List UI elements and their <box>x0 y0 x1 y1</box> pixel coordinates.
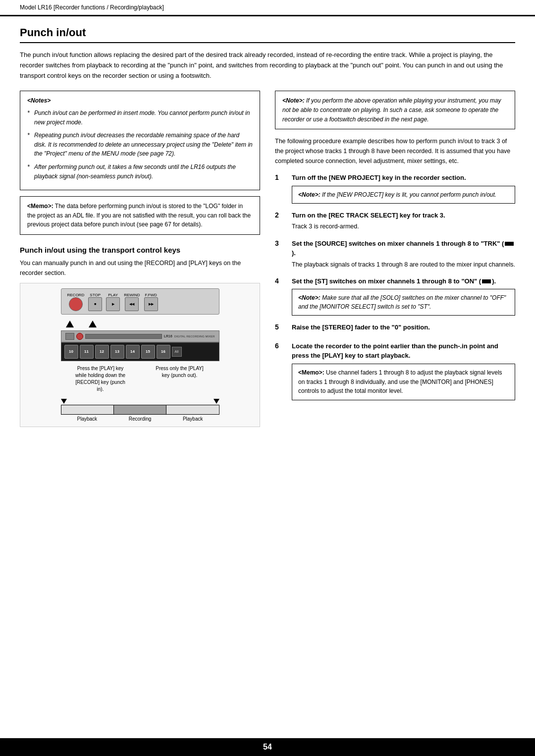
tl-arrow-2 <box>214 398 219 405</box>
notes-item-1: Punch in/out can be performed in insert … <box>27 108 253 127</box>
step-1-num: 1 <box>275 173 285 181</box>
play-button: ▶ <box>106 297 120 311</box>
intro-text: The punch in/out function allows replaci… <box>20 50 515 81</box>
step-2-content: Turn on the [REC TRACK SELECT] key for t… <box>292 211 515 232</box>
step-6-num: 6 <box>275 342 285 350</box>
step-3-body: The playback signals of tracks 1 through… <box>292 260 515 270</box>
timeline-bar <box>61 405 219 415</box>
track-btn-12: 12 <box>95 345 109 359</box>
stop-button: ■ <box>88 297 102 311</box>
track-btn-14: 14 <box>126 345 140 359</box>
tl-down-2 <box>214 399 219 404</box>
step-6-title: Locate the recorder to the point earlier… <box>292 341 515 361</box>
step-3-content: Set the [SOURCE] switches on mixer chann… <box>292 239 515 270</box>
panel-btn-1 <box>65 333 74 340</box>
all-btn: All <box>172 347 182 357</box>
tl-label-3: Playback <box>166 416 219 422</box>
step-6: 6 Locate the recorder to the point earli… <box>275 341 515 400</box>
tl-label-1: Playback <box>61 416 114 422</box>
record-label: RECORD <box>67 293 85 297</box>
rewind-btn-group: REWIND ◀◀ <box>124 293 140 311</box>
arrow-up-left <box>66 321 74 327</box>
memo-label: <Memo>: <box>27 203 54 210</box>
step-1-title: Turn off the [NEW PROJECT] key in the re… <box>292 173 515 183</box>
ffwd-button: ▶▶ <box>144 297 158 311</box>
step-5-title: Raise the [STEREO] fader to the "0" posi… <box>292 323 515 332</box>
lr16-label: LR16 <box>164 334 172 338</box>
step-1-note-label: <Note>: <box>298 191 322 198</box>
page-number: 54 <box>263 743 272 752</box>
caption-left: Press the [PLAY] key while holding down … <box>73 365 128 393</box>
two-col-layout: <Notes> Punch in/out can be performed in… <box>20 91 515 434</box>
top-bar: Model LR16 [Recorder functions / Recordi… <box>0 0 535 16</box>
tl-recording <box>114 405 166 414</box>
notes-title: <Notes> <box>27 96 253 106</box>
step-4-num: 4 <box>275 277 285 285</box>
track-btn-16: 16 <box>157 345 170 359</box>
tl-spacer <box>67 398 214 405</box>
step-2: 2 Turn on the [REC TRACK SELECT] key for… <box>275 211 515 232</box>
record-button <box>69 297 83 311</box>
step-6-content: Locate the recorder to the point earlier… <box>292 341 515 400</box>
step-6-memo: <Memo>: Use channel faders 1 through 8 t… <box>292 364 515 400</box>
step-6-memo-text: Use channel faders 1 through 8 to adjust… <box>298 369 502 394</box>
step-6-memo-label: <Memo>: <box>298 369 326 376</box>
timeline-labels: Playback Recording Playback <box>61 416 219 422</box>
steps-section: 1 Turn off the [NEW PROJECT] key in the … <box>275 173 515 400</box>
rewind-label: REWIND <box>124 293 140 297</box>
arrow-right <box>89 320 97 328</box>
step-5-content: Raise the [STEREO] fader to the "0" posi… <box>292 323 515 334</box>
punch-section-header: Punch in/out using the transport control… <box>20 246 260 254</box>
right-col-text: The following procedure example describe… <box>275 136 515 166</box>
step-1-note-text: If the [NEW PROJECT] key is lit, you can… <box>322 191 496 198</box>
notes-item-3: After performing punch out, it takes a f… <box>27 162 253 181</box>
track-row: 10 11 12 13 14 15 16 All <box>61 342 219 361</box>
ffwd-btn-group: F.FWD ▶▶ <box>144 293 158 311</box>
panel-display <box>85 334 162 339</box>
step-2-num: 2 <box>275 211 285 219</box>
breadcrumb: Model LR16 [Recorder functions / Recordi… <box>20 4 164 11</box>
step-4-title: Set the [ST] switches on mixer channels … <box>292 276 515 286</box>
tl-playback1 <box>61 405 114 414</box>
diagram-area: RECORD STOP ■ PLAY ▶ <box>20 283 260 427</box>
step-3-num: 3 <box>275 239 285 247</box>
arrow-left <box>66 320 74 328</box>
caption-right: Press only the [PLAY] key (punch out). <box>153 365 207 393</box>
arrow-indicators <box>61 320 219 328</box>
stop-label: STOP <box>90 293 101 297</box>
page-title: Punch in/out <box>20 26 515 43</box>
page: Model LR16 [Recorder functions / Recordi… <box>0 0 535 756</box>
track-btn-10: 10 <box>64 345 78 359</box>
stop-btn-group: STOP ■ <box>88 293 102 311</box>
track-btn-13: 13 <box>110 345 124 359</box>
bottom-bar: 54 <box>0 738 535 756</box>
step-1: 1 Turn off the [NEW PROJECT] key in the … <box>275 173 515 204</box>
play-label: PLAY <box>108 293 118 297</box>
play-btn-group: PLAY ▶ <box>106 293 120 311</box>
recorder-buttons: RECORD STOP ■ PLAY ▶ <box>61 288 219 315</box>
col-right: <Note>: If you perform the above operati… <box>275 91 515 434</box>
tl-label-2: Recording <box>113 416 166 422</box>
arrow-up-right <box>89 321 97 327</box>
arrows-row <box>61 320 219 328</box>
tl-playback2 <box>166 405 218 414</box>
diagram-caption: Press the [PLAY] key while holding down … <box>61 365 219 393</box>
step-5: 5 Raise the [STEREO] fader to the "0" po… <box>275 323 515 334</box>
col-left: <Notes> Punch in/out can be performed in… <box>20 91 260 434</box>
step-2-body: Track 3 is record-armed. <box>292 222 515 231</box>
spacer2 <box>97 320 219 328</box>
notes-item-2: Repeating punch in/out decreases the rec… <box>27 131 253 159</box>
step-3-title: Set the [SOURCE] switches on mixer chann… <box>292 239 515 258</box>
tl-arrow-1 <box>61 398 67 405</box>
diagram-inner: RECORD STOP ■ PLAY ▶ <box>25 288 255 422</box>
notes-box: <Notes> Punch in/out can be performed in… <box>20 91 260 190</box>
track-btn-11: 11 <box>80 345 94 359</box>
step-4: 4 Set the [ST] switches on mixer channel… <box>275 276 515 316</box>
tl-down-1 <box>61 399 67 404</box>
rewind-button: ◀◀ <box>125 297 139 311</box>
ffwd-label: F.FWD <box>145 293 157 297</box>
step-3: 3 Set the [SOURCE] switches on mixer cha… <box>275 239 515 270</box>
notes-list: Punch in/out can be performed in insert … <box>27 108 253 181</box>
timeline-area: Playback Recording Playback <box>61 398 219 422</box>
track-btn-15: 15 <box>141 345 155 359</box>
